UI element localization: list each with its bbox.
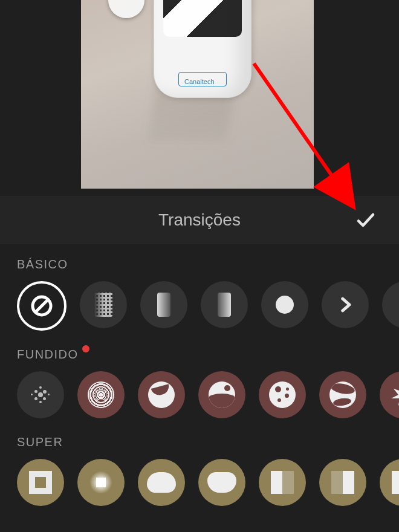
section-label-basic: BÁSICO [0, 244, 68, 271]
preview-overlay-button[interactable] [108, 0, 144, 18]
confirm-button[interactable] [351, 205, 381, 235]
options-row-dissolve [0, 362, 399, 422]
globe-icon [329, 381, 356, 408]
preview-content: Canaltech [154, 0, 251, 98]
svg-line-3 [36, 300, 48, 312]
section-label-super: SUPER [0, 422, 63, 449]
panel-title: Transições [18, 210, 381, 230]
glow-square-icon [88, 469, 114, 496]
transition-swirl[interactable] [138, 371, 185, 418]
transition-none[interactable] [17, 281, 66, 331]
transition-fade-right[interactable] [140, 281, 187, 328]
transition-dissolve[interactable] [80, 281, 127, 328]
transition-slide-prev[interactable] [382, 281, 399, 328]
square-hollow-icon [29, 471, 52, 494]
circle-icon [276, 296, 294, 314]
transition-halftone-2[interactable] [77, 371, 125, 418]
transition-halftone-1[interactable] [17, 371, 64, 418]
split-icon [392, 471, 399, 494]
liquid-icon [209, 381, 235, 408]
halftone-icon [28, 383, 53, 407]
transition-iris[interactable] [261, 281, 308, 328]
preview-logo-text: Canaltech [184, 78, 215, 85]
splat-icon [390, 381, 399, 408]
check-icon [355, 209, 377, 231]
transition-splat[interactable] [380, 371, 399, 418]
new-indicator-dot [82, 345, 89, 352]
transition-split-left[interactable] [259, 459, 306, 506]
panel-header: Transições [0, 196, 399, 244]
transition-slide-next[interactable] [322, 281, 369, 328]
transition-split-right[interactable] [319, 459, 366, 506]
halftone-sphere-icon [88, 381, 114, 408]
transition-morph-1[interactable] [138, 459, 185, 506]
transition-bubbles[interactable] [259, 371, 306, 418]
transition-morph-2[interactable] [198, 459, 245, 506]
split-left-icon [271, 471, 294, 494]
fade-right-icon [157, 293, 170, 317]
fade-left-icon [218, 293, 231, 317]
bubbles-icon [269, 381, 296, 408]
transition-globe[interactable] [319, 371, 366, 418]
section-label-dissolve: FUNDIDO [0, 334, 79, 362]
video-preview-area: Canaltech [0, 0, 399, 196]
video-preview-frame[interactable]: Canaltech [81, 0, 314, 189]
options-row-super [0, 449, 399, 510]
dissolve-icon [94, 293, 112, 317]
transition-zoom-square[interactable] [17, 459, 64, 506]
transition-fade-left[interactable] [201, 281, 248, 328]
blob-icon [147, 472, 176, 493]
blob-icon [207, 472, 236, 493]
transition-split-3[interactable] [380, 459, 399, 506]
swirl-icon [148, 381, 175, 408]
transition-glow-square[interactable] [77, 459, 125, 506]
chevron-right-icon [335, 294, 355, 315]
chevron-left-icon [395, 294, 399, 315]
none-icon [30, 294, 54, 318]
options-row-basic [0, 271, 399, 334]
transition-liquid[interactable] [198, 371, 245, 418]
split-right-icon [331, 471, 354, 494]
